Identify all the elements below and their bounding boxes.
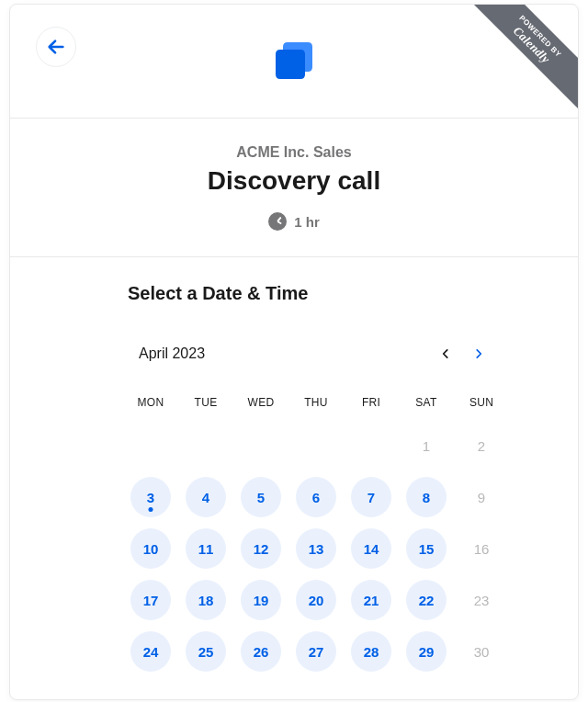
day-cell[interactable]: 14 xyxy=(351,528,391,569)
weekday-label: MON xyxy=(128,396,174,409)
ribbon-powered-label: POWERED BY xyxy=(472,4,579,105)
event-title: Discovery call xyxy=(28,166,560,196)
day-cell[interactable]: 12 xyxy=(241,528,281,569)
day-cell[interactable]: 4 xyxy=(186,477,226,517)
event-duration: 1 hr xyxy=(268,212,320,231)
day-cell: 9 xyxy=(461,477,502,517)
weekday-row: MONTUEWEDTHUFRISATSUN xyxy=(128,396,504,409)
day-cell[interactable]: 27 xyxy=(296,631,336,672)
day-cell[interactable]: 25 xyxy=(186,631,226,672)
prev-month-button[interactable] xyxy=(429,337,462,370)
weekday-label: SAT xyxy=(403,396,449,409)
day-cell[interactable]: 11 xyxy=(186,528,226,569)
month-navigation: April 2023 xyxy=(139,337,495,370)
weekday-label: TUE xyxy=(183,396,229,409)
day-cell: 23 xyxy=(461,580,502,620)
next-month-button[interactable] xyxy=(462,337,495,370)
weekday-label: WED xyxy=(238,396,284,409)
header: POWERED BY Calendly xyxy=(10,5,578,119)
day-cell[interactable]: 15 xyxy=(406,528,447,569)
weekday-label: SUN xyxy=(458,396,504,409)
month-label: April 2023 xyxy=(139,345,429,362)
day-cell[interactable]: 6 xyxy=(296,477,336,517)
event-meta: ACME Inc. Sales Discovery call 1 hr xyxy=(10,119,578,257)
day-cell[interactable]: 28 xyxy=(351,631,391,672)
powered-by-ribbon[interactable]: POWERED BY Calendly xyxy=(458,4,579,119)
day-cell: 16 xyxy=(461,528,502,569)
day-cell[interactable]: 18 xyxy=(186,580,226,620)
day-cell[interactable]: 24 xyxy=(130,631,171,672)
weekday-label: FRI xyxy=(348,396,394,409)
clock-icon xyxy=(268,212,287,231)
day-cell[interactable]: 10 xyxy=(130,528,171,569)
company-logo xyxy=(266,34,322,89)
day-cell[interactable]: 17 xyxy=(130,580,171,620)
day-cell[interactable]: 7 xyxy=(351,477,391,517)
day-cell[interactable]: 22 xyxy=(406,580,447,620)
chevron-left-icon xyxy=(439,347,452,360)
day-cell[interactable]: 5 xyxy=(241,477,281,517)
days-grid: 1234567891011121314151617181920212223242… xyxy=(128,425,504,672)
day-cell[interactable]: 19 xyxy=(241,580,281,620)
day-cell[interactable]: 26 xyxy=(241,631,281,672)
weekday-label: THU xyxy=(293,396,339,409)
day-cell: 30 xyxy=(461,631,502,672)
back-button[interactable] xyxy=(36,27,76,67)
chevron-right-icon xyxy=(472,347,485,360)
host-name: ACME Inc. Sales xyxy=(28,144,560,161)
date-picker: Select a Date & Time April 2023 MONTUEWE… xyxy=(10,257,578,699)
duration-label: 1 hr xyxy=(294,214,320,230)
arrow-left-icon xyxy=(46,37,66,57)
day-cell[interactable]: 20 xyxy=(296,580,336,620)
day-cell[interactable]: 3 xyxy=(130,477,171,517)
day-cell[interactable]: 8 xyxy=(406,477,447,517)
day-cell: 1 xyxy=(406,425,447,466)
picker-heading: Select a Date & Time xyxy=(128,283,532,304)
day-cell[interactable]: 21 xyxy=(351,580,391,620)
day-cell: 2 xyxy=(461,425,502,466)
day-cell[interactable]: 13 xyxy=(296,528,336,569)
scheduling-card: POWERED BY Calendly ACME Inc. Sales Disc… xyxy=(9,4,579,700)
day-cell[interactable]: 29 xyxy=(406,631,447,672)
